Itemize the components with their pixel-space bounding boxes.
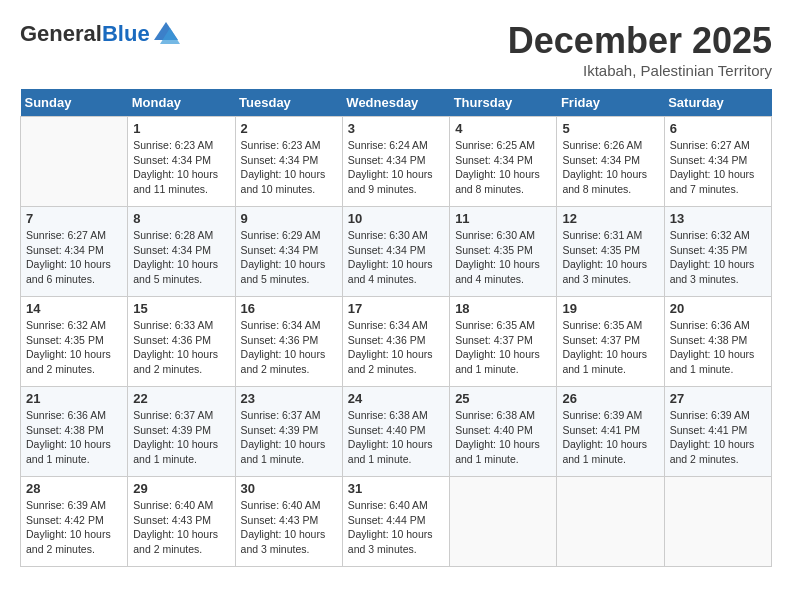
calendar-cell: 17Sunrise: 6:34 AM Sunset: 4:36 PM Dayli… [342,297,449,387]
day-number: 28 [26,481,122,496]
day-number: 27 [670,391,766,406]
day-info: Sunrise: 6:32 AM Sunset: 4:35 PM Dayligh… [670,228,766,287]
day-info: Sunrise: 6:33 AM Sunset: 4:36 PM Dayligh… [133,318,229,377]
day-number: 29 [133,481,229,496]
calendar-cell: 18Sunrise: 6:35 AM Sunset: 4:37 PM Dayli… [450,297,557,387]
column-header-thursday: Thursday [450,89,557,117]
day-number: 11 [455,211,551,226]
day-info: Sunrise: 6:32 AM Sunset: 4:35 PM Dayligh… [26,318,122,377]
calendar-cell: 29Sunrise: 6:40 AM Sunset: 4:43 PM Dayli… [128,477,235,567]
column-header-tuesday: Tuesday [235,89,342,117]
day-number: 14 [26,301,122,316]
day-info: Sunrise: 6:39 AM Sunset: 4:41 PM Dayligh… [562,408,658,467]
calendar-cell: 4Sunrise: 6:25 AM Sunset: 4:34 PM Daylig… [450,117,557,207]
day-number: 16 [241,301,337,316]
calendar-cell: 1Sunrise: 6:23 AM Sunset: 4:34 PM Daylig… [128,117,235,207]
day-info: Sunrise: 6:38 AM Sunset: 4:40 PM Dayligh… [455,408,551,467]
calendar-cell: 19Sunrise: 6:35 AM Sunset: 4:37 PM Dayli… [557,297,664,387]
day-info: Sunrise: 6:27 AM Sunset: 4:34 PM Dayligh… [670,138,766,197]
day-info: Sunrise: 6:36 AM Sunset: 4:38 PM Dayligh… [26,408,122,467]
calendar-cell [557,477,664,567]
day-number: 24 [348,391,444,406]
calendar-cell: 11Sunrise: 6:30 AM Sunset: 4:35 PM Dayli… [450,207,557,297]
day-info: Sunrise: 6:35 AM Sunset: 4:37 PM Dayligh… [455,318,551,377]
calendar-week-4: 21Sunrise: 6:36 AM Sunset: 4:38 PM Dayli… [21,387,772,477]
day-number: 5 [562,121,658,136]
calendar-cell: 6Sunrise: 6:27 AM Sunset: 4:34 PM Daylig… [664,117,771,207]
day-number: 21 [26,391,122,406]
calendar-header-row: SundayMondayTuesdayWednesdayThursdayFrid… [21,89,772,117]
calendar-cell [21,117,128,207]
logo-blue-text: Blue [102,21,150,46]
calendar-cell: 8Sunrise: 6:28 AM Sunset: 4:34 PM Daylig… [128,207,235,297]
column-header-wednesday: Wednesday [342,89,449,117]
logo: GeneralBlue [20,20,180,48]
day-number: 9 [241,211,337,226]
calendar-cell: 12Sunrise: 6:31 AM Sunset: 4:35 PM Dayli… [557,207,664,297]
calendar-cell [664,477,771,567]
day-number: 30 [241,481,337,496]
calendar-cell: 23Sunrise: 6:37 AM Sunset: 4:39 PM Dayli… [235,387,342,477]
day-info: Sunrise: 6:28 AM Sunset: 4:34 PM Dayligh… [133,228,229,287]
calendar-cell: 26Sunrise: 6:39 AM Sunset: 4:41 PM Dayli… [557,387,664,477]
day-number: 19 [562,301,658,316]
day-number: 3 [348,121,444,136]
day-number: 13 [670,211,766,226]
day-number: 26 [562,391,658,406]
calendar-cell: 30Sunrise: 6:40 AM Sunset: 4:43 PM Dayli… [235,477,342,567]
day-number: 18 [455,301,551,316]
calendar-cell: 25Sunrise: 6:38 AM Sunset: 4:40 PM Dayli… [450,387,557,477]
calendar-cell: 5Sunrise: 6:26 AM Sunset: 4:34 PM Daylig… [557,117,664,207]
calendar-cell: 16Sunrise: 6:34 AM Sunset: 4:36 PM Dayli… [235,297,342,387]
calendar-cell: 31Sunrise: 6:40 AM Sunset: 4:44 PM Dayli… [342,477,449,567]
day-info: Sunrise: 6:26 AM Sunset: 4:34 PM Dayligh… [562,138,658,197]
day-number: 25 [455,391,551,406]
calendar-cell: 3Sunrise: 6:24 AM Sunset: 4:34 PM Daylig… [342,117,449,207]
calendar-week-1: 1Sunrise: 6:23 AM Sunset: 4:34 PM Daylig… [21,117,772,207]
day-info: Sunrise: 6:25 AM Sunset: 4:34 PM Dayligh… [455,138,551,197]
day-info: Sunrise: 6:27 AM Sunset: 4:34 PM Dayligh… [26,228,122,287]
day-info: Sunrise: 6:30 AM Sunset: 4:35 PM Dayligh… [455,228,551,287]
day-info: Sunrise: 6:23 AM Sunset: 4:34 PM Dayligh… [133,138,229,197]
day-info: Sunrise: 6:40 AM Sunset: 4:43 PM Dayligh… [241,498,337,557]
calendar-cell: 7Sunrise: 6:27 AM Sunset: 4:34 PM Daylig… [21,207,128,297]
day-info: Sunrise: 6:36 AM Sunset: 4:38 PM Dayligh… [670,318,766,377]
day-info: Sunrise: 6:35 AM Sunset: 4:37 PM Dayligh… [562,318,658,377]
calendar-table: SundayMondayTuesdayWednesdayThursdayFrid… [20,89,772,567]
calendar-cell: 13Sunrise: 6:32 AM Sunset: 4:35 PM Dayli… [664,207,771,297]
calendar-cell: 9Sunrise: 6:29 AM Sunset: 4:34 PM Daylig… [235,207,342,297]
day-info: Sunrise: 6:38 AM Sunset: 4:40 PM Dayligh… [348,408,444,467]
day-number: 2 [241,121,337,136]
title-block: December 2025 Iktabah, Palestinian Terri… [508,20,772,79]
day-info: Sunrise: 6:37 AM Sunset: 4:39 PM Dayligh… [241,408,337,467]
logo-general-text: General [20,21,102,46]
day-number: 20 [670,301,766,316]
calendar-cell: 15Sunrise: 6:33 AM Sunset: 4:36 PM Dayli… [128,297,235,387]
day-number: 17 [348,301,444,316]
day-info: Sunrise: 6:34 AM Sunset: 4:36 PM Dayligh… [241,318,337,377]
day-info: Sunrise: 6:29 AM Sunset: 4:34 PM Dayligh… [241,228,337,287]
day-number: 31 [348,481,444,496]
day-number: 15 [133,301,229,316]
calendar-cell: 24Sunrise: 6:38 AM Sunset: 4:40 PM Dayli… [342,387,449,477]
day-number: 22 [133,391,229,406]
calendar-week-2: 7Sunrise: 6:27 AM Sunset: 4:34 PM Daylig… [21,207,772,297]
calendar-cell: 20Sunrise: 6:36 AM Sunset: 4:38 PM Dayli… [664,297,771,387]
day-info: Sunrise: 6:40 AM Sunset: 4:43 PM Dayligh… [133,498,229,557]
calendar-cell: 14Sunrise: 6:32 AM Sunset: 4:35 PM Dayli… [21,297,128,387]
column-header-saturday: Saturday [664,89,771,117]
day-number: 10 [348,211,444,226]
page-header: GeneralBlue December 2025 Iktabah, Pales… [20,20,772,79]
day-number: 7 [26,211,122,226]
column-header-monday: Monday [128,89,235,117]
day-info: Sunrise: 6:37 AM Sunset: 4:39 PM Dayligh… [133,408,229,467]
day-info: Sunrise: 6:30 AM Sunset: 4:34 PM Dayligh… [348,228,444,287]
calendar-cell: 10Sunrise: 6:30 AM Sunset: 4:34 PM Dayli… [342,207,449,297]
column-header-sunday: Sunday [21,89,128,117]
day-info: Sunrise: 6:31 AM Sunset: 4:35 PM Dayligh… [562,228,658,287]
day-info: Sunrise: 6:24 AM Sunset: 4:34 PM Dayligh… [348,138,444,197]
month-title: December 2025 [508,20,772,62]
day-number: 6 [670,121,766,136]
calendar-cell: 27Sunrise: 6:39 AM Sunset: 4:41 PM Dayli… [664,387,771,477]
calendar-cell: 22Sunrise: 6:37 AM Sunset: 4:39 PM Dayli… [128,387,235,477]
